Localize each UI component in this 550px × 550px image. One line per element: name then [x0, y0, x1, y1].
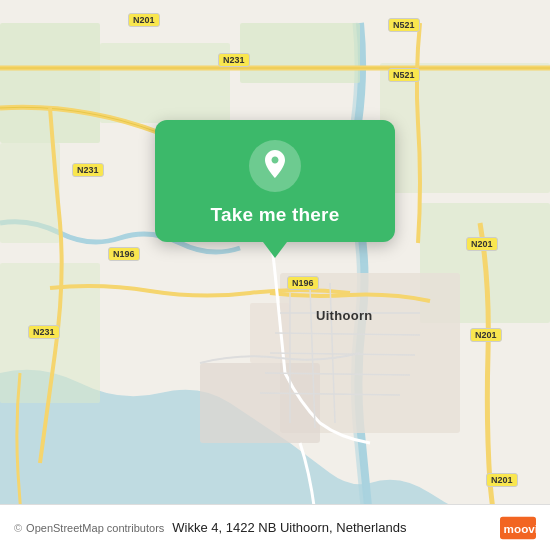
- road-badge-n201-top: N201: [128, 13, 160, 27]
- road-badge-n196-1: N196: [108, 247, 140, 261]
- road-badge-n231-top: N231: [218, 53, 250, 67]
- road-badge-n201-right: N201: [466, 237, 498, 251]
- location-icon-wrap: [249, 140, 301, 192]
- road-badge-n201-bot: N201: [470, 328, 502, 342]
- svg-text:moovit: moovit: [504, 522, 536, 535]
- copyright-symbol: ©: [14, 522, 22, 534]
- bottom-left-info: © OpenStreetMap contributors Wikke 4, 14…: [14, 520, 406, 535]
- road-badge-n521-top: N521: [388, 18, 420, 32]
- moovit-icon: moovit: [500, 516, 536, 540]
- svg-rect-3: [100, 43, 230, 123]
- copyright-text: OpenStreetMap contributors: [26, 522, 164, 534]
- svg-rect-2: [0, 143, 60, 243]
- take-me-there-button[interactable]: Take me there: [211, 204, 340, 226]
- svg-rect-4: [240, 23, 360, 83]
- moovit-logo: moovit: [500, 516, 536, 540]
- road-badge-n521-mid: N521: [388, 68, 420, 82]
- svg-rect-5: [380, 63, 550, 193]
- road-badge-n231-bot: N231: [28, 325, 60, 339]
- location-pin-icon: [261, 150, 289, 182]
- road-badge-n196-2: N196: [287, 276, 319, 290]
- take-me-there-card[interactable]: Take me there: [155, 120, 395, 242]
- map-background: [0, 0, 550, 550]
- road-badge-n201-bot2: N201: [486, 473, 518, 487]
- bottom-bar: © OpenStreetMap contributors Wikke 4, 14…: [0, 504, 550, 550]
- map-container: N521 N521 N201 N231 N231 N231 N196 N196 …: [0, 0, 550, 550]
- address-text: Wikke 4, 1422 NB Uithoorn, Netherlands: [172, 520, 406, 535]
- road-badge-n231-left: N231: [72, 163, 104, 177]
- town-label-uithoorn: Uithoorn: [316, 308, 373, 323]
